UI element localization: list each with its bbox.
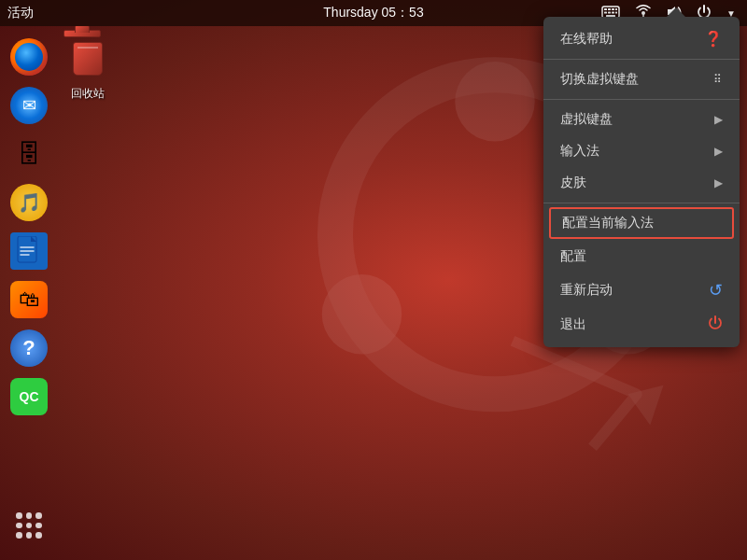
menu-item-label: 在线帮助 <box>560 31 613 48</box>
dock-item-thunderbird[interactable] <box>7 84 50 127</box>
dock-item-rhythmbox[interactable]: 🎵 <box>7 181 50 224</box>
dock: 🗄 🎵 🛍 ? <box>0 26 58 560</box>
submenu-arrow-icon: ▶ <box>714 176 723 189</box>
menu-item-online-help[interactable]: 在线帮助 ❓ <box>543 22 740 55</box>
svg-rect-9 <box>615 8 617 10</box>
svg-rect-11 <box>608 11 611 13</box>
files-icon: 🗄 <box>10 135 48 173</box>
thunderbird-icon <box>10 87 48 124</box>
qc-icon: QC <box>10 378 48 415</box>
panel-left: 活动 <box>7 5 35 21</box>
svg-rect-10 <box>604 11 607 13</box>
help-icon: ? <box>10 329 48 367</box>
show-apps-icon <box>10 507 48 544</box>
menu-item-label: 配置当前输入法 <box>562 215 654 231</box>
dock-item-help[interactable]: ? <box>7 327 50 370</box>
menu-separator-2 <box>543 99 740 100</box>
svg-rect-12 <box>612 11 614 13</box>
power-off-icon <box>708 315 723 330</box>
menu-item-label: 退出 <box>560 316 586 333</box>
svg-rect-13 <box>615 11 617 13</box>
svg-rect-6 <box>604 8 607 10</box>
menu-item-virtual-keyboard[interactable]: 虚拟键盘 ▶ <box>543 104 740 135</box>
menu-item-label: 输入法 <box>560 143 599 160</box>
dock-item-writer[interactable] <box>7 230 50 273</box>
svg-rect-7 <box>608 8 611 10</box>
svg-point-1 <box>455 62 535 142</box>
menu-item-label: 重新启动 <box>560 282 613 299</box>
menu-item-restart[interactable]: 重新启动 ↺ <box>543 273 740 308</box>
panel-datetime: Thursday 05：53 <box>323 5 423 21</box>
dock-item-appstore[interactable]: 🛍 <box>7 278 50 321</box>
writer-document-icon <box>16 236 42 266</box>
recycle-bin-label: 回收站 <box>71 86 105 102</box>
menu-item-switch-keyboard[interactable]: 切换虚拟键盘 ⠿ <box>543 63 740 95</box>
quit-power-icon <box>708 315 723 334</box>
menu-item-configure-input[interactable]: 配置当前输入法 <box>549 207 734 239</box>
keyboard-dots-icon: ⠿ <box>713 73 723 86</box>
dock-item-files[interactable]: 🗄 <box>7 133 50 175</box>
dock-item-qc[interactable]: QC <box>7 375 50 418</box>
firefox-icon <box>10 38 48 76</box>
desktop: 活动 Thursday 05：53 <box>0 0 747 560</box>
restart-icon: ↺ <box>709 280 723 301</box>
bin-lid <box>63 30 101 37</box>
svg-rect-8 <box>612 8 614 10</box>
menu-item-label: 虚拟键盘 <box>560 111 613 128</box>
menu-item-quit[interactable]: 退出 <box>543 308 740 342</box>
recycle-bin[interactable]: 回收站 <box>67 35 108 102</box>
activities-button[interactable]: 活动 <box>7 5 35 21</box>
menu-item-label: 皮肤 <box>560 175 586 191</box>
dock-item-show-apps[interactable] <box>7 502 50 545</box>
context-menu: 在线帮助 ❓ 切换虚拟键盘 ⠿ 虚拟键盘 ▶ 输入法 ▶ 皮肤 ▶ 配置当前输入… <box>543 17 740 347</box>
bin-body <box>73 42 103 76</box>
menu-item-skin[interactable]: 皮肤 ▶ <box>543 167 740 199</box>
writer-icon <box>10 232 48 270</box>
menu-item-input-method[interactable]: 输入法 ▶ <box>543 135 740 167</box>
svg-point-2 <box>322 274 402 355</box>
menu-item-label: 切换虚拟键盘 <box>560 71 639 88</box>
menu-item-configure[interactable]: 配置 <box>543 241 740 273</box>
dock-item-firefox[interactable] <box>7 35 50 78</box>
rhythmbox-icon: 🎵 <box>10 184 48 221</box>
help-circle-icon: ❓ <box>704 30 723 48</box>
appstore-icon: 🛍 <box>10 281 48 318</box>
recycle-bin-icon <box>67 35 108 82</box>
menu-separator-3 <box>543 203 740 203</box>
menu-separator-1 <box>543 59 740 60</box>
submenu-arrow-icon: ▶ <box>714 145 723 158</box>
menu-item-label: 配置 <box>560 248 586 265</box>
submenu-arrow-icon: ▶ <box>714 113 723 126</box>
